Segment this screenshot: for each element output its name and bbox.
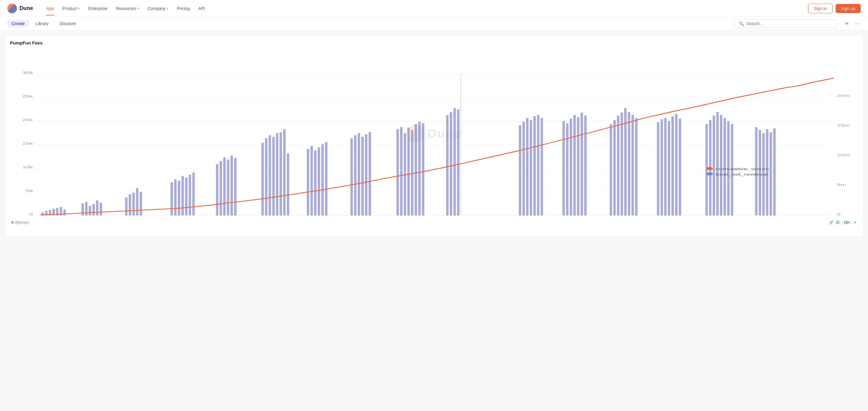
chart-footer: @anixyo 🔗 🖼 18h ✔ [10, 220, 858, 225]
svg-rect-117 [628, 112, 630, 215]
tab-create[interactable]: Create [7, 20, 29, 28]
svg-rect-62 [223, 158, 226, 215]
svg-rect-73 [287, 153, 289, 215]
svg-rect-121 [660, 119, 663, 215]
tab-library[interactable]: Library [31, 20, 53, 28]
svg-rect-97 [457, 109, 460, 215]
svg-rect-71 [280, 132, 282, 215]
svg-rect-139 [770, 132, 772, 215]
svg-rect-42 [82, 203, 84, 215]
svg-text:20m: 20m [837, 94, 850, 98]
svg-rect-125 [675, 114, 678, 215]
nav-item-company[interactable]: Company ▾ [144, 4, 172, 13]
svg-rect-109 [577, 117, 579, 215]
image-icon[interactable]: 🖼 [836, 220, 840, 225]
chart-card: PumpFun Fees Dune 0 5k 10k 15k 20k 25k 3… [5, 35, 863, 237]
svg-rect-111 [584, 115, 587, 215]
more-options-button[interactable]: ⋯ [853, 19, 861, 28]
svg-text:30k: 30k [23, 71, 33, 75]
svg-text:15m: 15m [837, 124, 850, 128]
svg-rect-59 [192, 172, 195, 215]
svg-rect-72 [283, 129, 286, 215]
svg-rect-84 [365, 134, 367, 215]
age-badge: 18h [842, 220, 851, 225]
nav-item-enterprise[interactable]: Enterprise [85, 4, 111, 13]
svg-rect-93 [422, 123, 424, 215]
signin-button[interactable]: Sign in [808, 4, 833, 13]
svg-rect-52 [140, 192, 142, 215]
nav-item-resources[interactable]: Resources ▾ [112, 4, 143, 13]
chevron-down-icon: ▾ [167, 7, 168, 10]
svg-rect-70 [276, 133, 278, 215]
logo[interactable]: Dune [7, 4, 33, 13]
svg-rect-56 [181, 176, 184, 215]
check-icon: ✔ [854, 220, 857, 225]
svg-rect-46 [96, 200, 98, 215]
svg-rect-101 [530, 120, 532, 215]
svg-rect-74 [307, 149, 309, 215]
svg-text:5m: 5m [837, 183, 846, 187]
svg-rect-85 [369, 132, 371, 215]
svg-rect-130 [716, 112, 719, 215]
svg-rect-95 [450, 112, 452, 215]
logo-text: Dune [20, 5, 33, 11]
svg-rect-55 [178, 181, 180, 215]
signup-button[interactable]: Sign up [836, 4, 861, 13]
svg-rect-63 [227, 160, 229, 215]
svg-rect-98 [519, 125, 521, 215]
chevron-down-icon: ▾ [137, 7, 139, 10]
svg-rect-123 [668, 121, 670, 215]
nav-item-pricing[interactable]: Pricing [173, 4, 193, 13]
svg-rect-94 [446, 115, 448, 215]
author-info: @anixyo [11, 220, 29, 225]
svg-text:10m: 10m [837, 153, 850, 157]
svg-text:5k: 5k [26, 189, 33, 193]
svg-rect-60 [216, 164, 218, 215]
search-input[interactable] [746, 21, 833, 26]
svg-rect-79 [325, 142, 328, 215]
chart-container: Dune 0 5k 10k 15k 20k 25k 30k 0 5m 10m 1… [10, 49, 858, 218]
svg-rect-131 [720, 115, 722, 215]
search-bar[interactable]: 🔍 [734, 20, 837, 28]
svg-rect-45 [92, 204, 95, 215]
svg-rect-82 [358, 133, 360, 215]
main-content: PumpFun Fees Dune 0 5k 10k 15k 20k 25k 3… [0, 30, 868, 242]
svg-rect-48 [125, 197, 127, 215]
tab-discover[interactable]: Discover [55, 20, 80, 28]
svg-text:15k: 15k [23, 142, 33, 145]
nav-item-api[interactable]: API [195, 4, 209, 13]
svg-rect-92 [418, 122, 421, 215]
svg-rect-44 [89, 206, 91, 215]
chart-svg: 0 5k 10k 15k 20k 25k 30k 0 5m 10m 15m 20… [10, 49, 858, 218]
svg-rect-115 [621, 112, 623, 215]
svg-rect-83 [361, 137, 364, 215]
svg-rect-43 [85, 202, 88, 215]
link-icon[interactable]: 🔗 [829, 220, 834, 225]
svg-rect-77 [318, 147, 320, 215]
svg-rect-87 [400, 127, 403, 215]
svg-rect-142 [707, 167, 713, 170]
nav-item-app[interactable]: App [43, 4, 58, 13]
svg-rect-116 [624, 108, 627, 215]
svg-rect-65 [234, 158, 237, 215]
svg-rect-113 [613, 120, 616, 215]
svg-rect-102 [533, 116, 536, 215]
svg-rect-78 [321, 144, 324, 215]
svg-rect-76 [314, 150, 316, 215]
svg-rect-110 [581, 112, 583, 215]
svg-rect-50 [132, 193, 135, 215]
svg-rect-126 [679, 118, 681, 215]
svg-rect-106 [566, 123, 568, 215]
nav-links: App Product ▾ Enterprise Resources ▾ Com… [43, 4, 808, 13]
svg-rect-100 [526, 118, 528, 215]
svg-rect-47 [100, 203, 102, 215]
svg-rect-99 [522, 122, 525, 215]
svg-rect-57 [185, 178, 187, 215]
svg-rect-90 [411, 130, 413, 215]
svg-rect-105 [562, 121, 565, 215]
theme-toggle-button[interactable]: ☀ [843, 19, 850, 28]
nav-item-product[interactable]: Product ▾ [59, 4, 83, 13]
svg-rect-124 [672, 116, 674, 215]
svg-rect-41 [63, 209, 66, 215]
svg-rect-67 [265, 138, 268, 215]
